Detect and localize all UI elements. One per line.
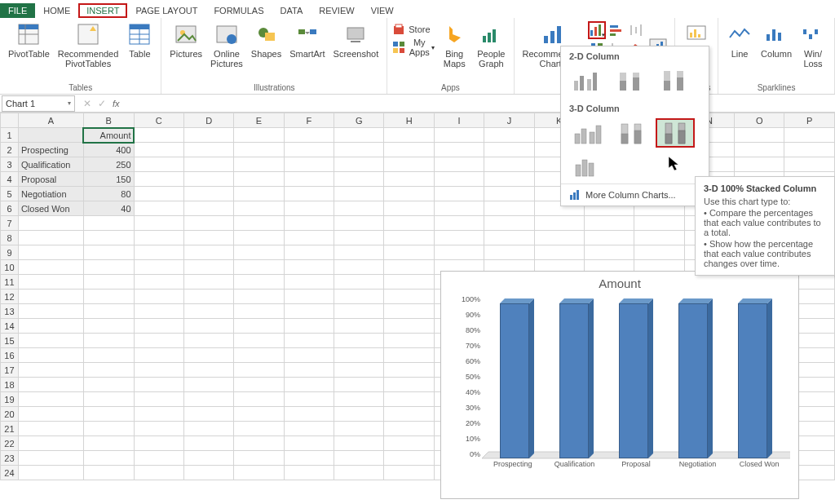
online-pictures-button[interactable]: Online Pictures	[207, 20, 246, 70]
cell[interactable]	[384, 231, 434, 245]
cell[interactable]	[83, 260, 134, 275]
row-header[interactable]: 22	[1, 436, 19, 451]
cell[interactable]	[18, 378, 83, 392]
cell[interactable]	[183, 275, 233, 290]
row-header[interactable]: 21	[1, 422, 19, 436]
cell[interactable]	[284, 187, 334, 201]
cell[interactable]	[183, 392, 233, 407]
chart-2d-clustered[interactable]	[568, 66, 607, 95]
row-header[interactable]: 4	[1, 172, 19, 187]
cell[interactable]	[334, 392, 384, 407]
cell[interactable]	[134, 157, 183, 172]
cell[interactable]	[484, 157, 534, 172]
cell[interactable]	[18, 348, 83, 363]
cell[interactable]	[284, 436, 334, 451]
cell[interactable]: Prospecting	[18, 143, 83, 157]
cell[interactable]	[434, 187, 484, 201]
cell[interactable]	[384, 216, 434, 231]
cell[interactable]	[18, 319, 83, 334]
cell[interactable]	[134, 348, 183, 363]
cell[interactable]	[384, 378, 434, 392]
row-header[interactable]: 8	[1, 231, 19, 245]
cell[interactable]	[83, 363, 134, 378]
cell[interactable]	[234, 157, 284, 172]
cell[interactable]: Amount	[83, 128, 134, 143]
cell[interactable]	[334, 436, 384, 451]
cell[interactable]	[284, 245, 334, 260]
tab-file[interactable]: FILE	[0, 3, 35, 18]
cell[interactable]	[284, 260, 334, 275]
insert-bar-chart-button[interactable]	[607, 21, 625, 39]
cell[interactable]	[384, 466, 434, 480]
insert-stock-chart-button[interactable]	[627, 21, 645, 39]
row-header[interactable]: 1	[1, 128, 19, 143]
cell[interactable]	[18, 128, 83, 143]
cell[interactable]	[284, 363, 334, 378]
cell[interactable]	[183, 304, 233, 319]
cell[interactable]	[18, 392, 83, 407]
cell[interactable]	[234, 187, 284, 201]
cell[interactable]	[284, 275, 334, 290]
cell[interactable]	[384, 290, 434, 304]
tab-view[interactable]: VIEW	[363, 3, 402, 18]
tab-insert[interactable]: INSERT	[78, 3, 127, 18]
cell[interactable]	[134, 231, 183, 245]
cell[interactable]	[18, 290, 83, 304]
cell[interactable]	[83, 422, 134, 436]
cell[interactable]	[284, 319, 334, 334]
cell[interactable]	[284, 143, 334, 157]
cell[interactable]	[234, 348, 284, 363]
cell[interactable]	[334, 348, 384, 363]
enter-icon[interactable]: ✓	[98, 98, 106, 109]
cell[interactable]	[183, 407, 233, 422]
cell[interactable]	[334, 451, 384, 466]
cell[interactable]: 400	[83, 143, 134, 157]
cell[interactable]	[334, 334, 384, 348]
cell[interactable]: Negotiation	[18, 187, 83, 201]
cell[interactable]	[384, 157, 434, 172]
cell[interactable]	[534, 216, 584, 231]
recommended-pivottables-button[interactable]: Recommended PivotTables	[55, 20, 122, 70]
cell[interactable]	[384, 172, 434, 187]
row-header[interactable]: 18	[1, 378, 19, 392]
cell[interactable]	[234, 290, 284, 304]
cell[interactable]	[83, 348, 134, 363]
col-header[interactable]: I	[434, 113, 484, 128]
row-header[interactable]: 17	[1, 363, 19, 378]
fx-icon[interactable]: fx	[113, 99, 120, 108]
col-header[interactable]: J	[484, 113, 534, 128]
row-header[interactable]: 19	[1, 392, 19, 407]
cell[interactable]	[334, 172, 384, 187]
table-button[interactable]: Table	[123, 20, 156, 70]
col-header[interactable]: D	[183, 113, 233, 128]
more-column-charts[interactable]: More Column Charts...	[561, 183, 709, 206]
row-header[interactable]: 9	[1, 245, 19, 260]
cell[interactable]	[183, 290, 233, 304]
cell[interactable]	[18, 451, 83, 466]
cell[interactable]	[384, 201, 434, 216]
cell[interactable]	[234, 275, 284, 290]
cell[interactable]	[83, 378, 134, 392]
cell[interactable]	[784, 143, 835, 157]
cell[interactable]	[234, 451, 284, 466]
cell[interactable]	[735, 128, 784, 143]
tab-review[interactable]: REVIEW	[311, 3, 362, 18]
row-header[interactable]: 10	[1, 260, 19, 275]
cell[interactable]	[234, 319, 284, 334]
cell[interactable]	[284, 392, 334, 407]
cell[interactable]	[183, 363, 233, 378]
cell[interactable]	[134, 436, 183, 451]
cell[interactable]	[183, 157, 233, 172]
cell[interactable]	[284, 348, 334, 363]
cell[interactable]	[584, 245, 634, 260]
row-header[interactable]: 15	[1, 334, 19, 348]
shapes-button[interactable]: Shapes	[248, 20, 285, 70]
cell[interactable]	[634, 216, 684, 231]
row-header[interactable]: 13	[1, 304, 19, 319]
cell[interactable]	[484, 143, 534, 157]
cell[interactable]	[384, 334, 434, 348]
tab-data[interactable]: DATA	[272, 3, 311, 18]
cell[interactable]	[735, 157, 784, 172]
chart-2d-stacked[interactable]	[612, 66, 651, 95]
cell[interactable]	[334, 201, 384, 216]
